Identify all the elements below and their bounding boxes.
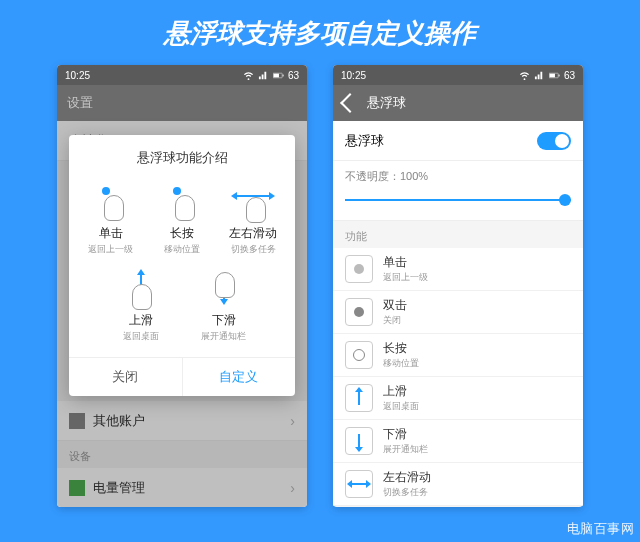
battery-icon <box>273 70 284 81</box>
modal-title: 悬浮球功能介绍 <box>69 135 295 177</box>
wifi-icon <box>243 70 254 81</box>
gesture-lr-sub: 切换多任务 <box>231 243 276 256</box>
status-right: 63 <box>243 70 299 81</box>
gesture-swipe-up: 上滑 返回桌面 <box>99 268 182 343</box>
action-tap[interactable]: 单击返回上一级 <box>333 248 583 291</box>
swipeup-icon <box>345 384 373 412</box>
status-battery: 63 <box>288 70 299 81</box>
floatball-title: 悬浮球 <box>367 94 406 112</box>
action-swipedown-sub: 展开通知栏 <box>383 443 428 456</box>
customize-button[interactable]: 自定义 <box>183 358 296 396</box>
phone-right: 10:25 63 悬浮球 悬浮球 不透明度：100% 功能 <box>333 65 583 507</box>
action-swipeup-label: 上滑 <box>383 383 419 400</box>
opacity-block: 不透明度：100% <box>333 161 583 221</box>
floatball-header: 悬浮球 <box>333 85 583 121</box>
gesture-down-label: 下滑 <box>212 312 236 329</box>
svg-rect-5 <box>559 74 560 76</box>
status-time: 10:25 <box>341 70 366 81</box>
watermark: 电脑百事网 <box>567 520 635 538</box>
gesture-lr-label: 左右滑动 <box>229 225 277 242</box>
svg-rect-2 <box>283 74 284 76</box>
status-right: 63 <box>519 70 575 81</box>
banner-title: 悬浮球支持多项自定义操作 <box>0 0 640 65</box>
phone-left: 10:25 63 设置 个性化 › 悬浮球功能介绍 单击 <box>57 65 307 507</box>
action-longpress[interactable]: 长按移动位置 <box>333 334 583 377</box>
gesture-modal: 悬浮球功能介绍 单击 返回上一级 长按 移动位置 左右滑动 切换多任务 <box>69 135 295 396</box>
action-swipedown-label: 下滑 <box>383 426 428 443</box>
swipelr-icon <box>345 470 373 498</box>
gesture-down-sub: 展开通知栏 <box>201 330 246 343</box>
action-swipeup-sub: 返回桌面 <box>383 400 419 413</box>
gesture-swipe-lr: 左右滑动 切换多任务 <box>218 181 289 256</box>
toggle-row: 悬浮球 <box>333 121 583 161</box>
longpress-icon <box>345 341 373 369</box>
gesture-longpress-label: 长按 <box>170 225 194 242</box>
tap-icon <box>345 255 373 283</box>
action-swipelr-sub: 切换多任务 <box>383 486 431 499</box>
gesture-swipe-down: 下滑 展开通知栏 <box>182 268 265 343</box>
action-tap-sub: 返回上一级 <box>383 271 428 284</box>
section-func: 功能 <box>333 221 583 248</box>
phone-container: 10:25 63 设置 个性化 › 悬浮球功能介绍 单击 <box>0 65 640 507</box>
action-longpress-sub: 移动位置 <box>383 357 419 370</box>
gesture-tap-label: 单击 <box>99 225 123 242</box>
status-bar: 10:25 63 <box>57 65 307 85</box>
gesture-longpress: 长按 移动位置 <box>146 181 217 256</box>
battery-icon <box>549 70 560 81</box>
action-swipeup[interactable]: 上滑返回桌面 <box>333 377 583 420</box>
swipedown-icon <box>345 427 373 455</box>
gesture-longpress-sub: 移动位置 <box>164 243 200 256</box>
action-swipelr-label: 左右滑动 <box>383 469 431 486</box>
gesture-tap-sub: 返回上一级 <box>88 243 133 256</box>
action-doubletap[interactable]: 双击关闭 <box>333 291 583 334</box>
wifi-icon <box>519 70 530 81</box>
floatball-switch[interactable] <box>537 132 571 150</box>
toggle-label: 悬浮球 <box>345 132 384 150</box>
status-bar: 10:25 63 <box>333 65 583 85</box>
back-icon[interactable] <box>340 93 360 113</box>
svg-rect-1 <box>273 73 279 77</box>
action-swipedown[interactable]: 下滑展开通知栏 <box>333 420 583 463</box>
gesture-tap: 单击 返回上一级 <box>75 181 146 256</box>
action-tap-label: 单击 <box>383 254 428 271</box>
modal-actions: 关闭 自定义 <box>69 357 295 396</box>
action-swipelr[interactable]: 左右滑动切换多任务 <box>333 463 583 506</box>
doubletap-icon <box>345 298 373 326</box>
action-doubletap-sub: 关闭 <box>383 314 407 327</box>
action-doubletap-label: 双击 <box>383 297 407 314</box>
opacity-slider[interactable] <box>345 192 571 208</box>
floatball-settings: 悬浮球 不透明度：100% 功能 单击返回上一级 双击关闭 长按移动位置 <box>333 121 583 506</box>
gesture-grid: 单击 返回上一级 长按 移动位置 左右滑动 切换多任务 <box>69 177 295 264</box>
signal-icon <box>258 70 269 81</box>
opacity-label: 不透明度：100% <box>345 169 571 184</box>
action-longpress-label: 长按 <box>383 340 419 357</box>
gesture-up-label: 上滑 <box>129 312 153 329</box>
gesture-grid-2: 上滑 返回桌面 下滑 展开通知栏 <box>69 264 295 357</box>
signal-icon <box>534 70 545 81</box>
status-time: 10:25 <box>65 70 90 81</box>
status-battery: 63 <box>564 70 575 81</box>
gesture-up-sub: 返回桌面 <box>123 330 159 343</box>
settings-title: 设置 <box>67 94 93 112</box>
svg-rect-4 <box>549 73 555 77</box>
settings-header: 设置 <box>57 85 307 121</box>
close-button[interactable]: 关闭 <box>69 358 183 396</box>
